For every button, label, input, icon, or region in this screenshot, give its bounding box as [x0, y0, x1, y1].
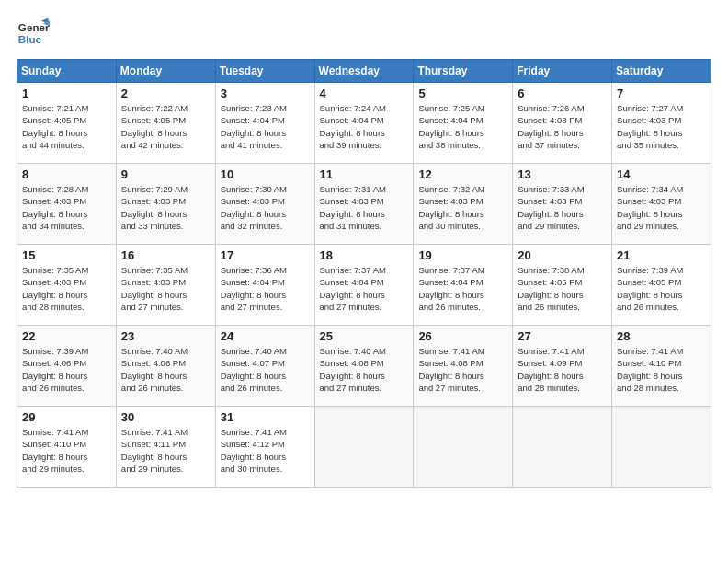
- day-number: 9: [121, 167, 210, 181]
- day-info: Sunrise: 7:40 AM Sunset: 4:08 PM Dayligh…: [320, 345, 409, 394]
- calendar-cell: 29Sunrise: 7:41 AM Sunset: 4:10 PM Dayli…: [17, 407, 117, 488]
- calendar-cell: 20Sunrise: 7:38 AM Sunset: 4:05 PM Dayli…: [513, 245, 612, 326]
- calendar-cell: 9Sunrise: 7:29 AM Sunset: 4:03 PM Daylig…: [116, 164, 215, 245]
- calendar-table: SundayMondayTuesdayWednesdayThursdayFrid…: [17, 59, 711, 488]
- calendar-cell: 18Sunrise: 7:37 AM Sunset: 4:04 PM Dayli…: [314, 245, 414, 326]
- day-number: 29: [22, 410, 111, 424]
- calendar-cell: 1Sunrise: 7:21 AM Sunset: 4:05 PM Daylig…: [17, 83, 117, 164]
- day-number: 20: [518, 248, 607, 262]
- day-info: Sunrise: 7:41 AM Sunset: 4:10 PM Dayligh…: [617, 345, 706, 394]
- day-info: Sunrise: 7:26 AM Sunset: 4:03 PM Dayligh…: [518, 102, 607, 151]
- svg-text:Blue: Blue: [18, 33, 42, 45]
- day-info: Sunrise: 7:30 AM Sunset: 4:03 PM Dayligh…: [221, 183, 310, 232]
- weekday-header-saturday: Saturday: [612, 60, 711, 83]
- day-info: Sunrise: 7:40 AM Sunset: 4:06 PM Dayligh…: [121, 345, 210, 394]
- calendar-cell: 16Sunrise: 7:35 AM Sunset: 4:03 PM Dayli…: [116, 245, 215, 326]
- day-info: Sunrise: 7:35 AM Sunset: 4:03 PM Dayligh…: [121, 264, 210, 313]
- day-number: 15: [22, 248, 111, 262]
- day-number: 22: [22, 329, 111, 343]
- day-info: Sunrise: 7:27 AM Sunset: 4:03 PM Dayligh…: [617, 102, 706, 151]
- weekday-header-friday: Friday: [513, 60, 612, 83]
- calendar-cell: 17Sunrise: 7:36 AM Sunset: 4:04 PM Dayli…: [215, 245, 314, 326]
- day-info: Sunrise: 7:31 AM Sunset: 4:03 PM Dayligh…: [320, 183, 409, 232]
- weekday-header-monday: Monday: [116, 60, 215, 83]
- day-info: Sunrise: 7:37 AM Sunset: 4:04 PM Dayligh…: [418, 264, 507, 313]
- day-number: 31: [221, 410, 310, 424]
- calendar-week-3: 15Sunrise: 7:35 AM Sunset: 4:03 PM Dayli…: [17, 245, 711, 326]
- logo: General Blue: [17, 17, 50, 50]
- day-number: 1: [22, 86, 111, 100]
- calendar-cell: 5Sunrise: 7:25 AM Sunset: 4:04 PM Daylig…: [414, 83, 513, 164]
- day-info: Sunrise: 7:41 AM Sunset: 4:12 PM Dayligh…: [221, 426, 310, 475]
- calendar-cell: 6Sunrise: 7:26 AM Sunset: 4:03 PM Daylig…: [513, 83, 612, 164]
- calendar-cell: 2Sunrise: 7:22 AM Sunset: 4:05 PM Daylig…: [116, 83, 215, 164]
- day-info: Sunrise: 7:39 AM Sunset: 4:05 PM Dayligh…: [617, 264, 706, 313]
- day-info: Sunrise: 7:36 AM Sunset: 4:04 PM Dayligh…: [221, 264, 310, 313]
- calendar-week-4: 22Sunrise: 7:39 AM Sunset: 4:06 PM Dayli…: [17, 326, 711, 407]
- day-info: Sunrise: 7:21 AM Sunset: 4:05 PM Dayligh…: [22, 102, 111, 151]
- day-info: Sunrise: 7:29 AM Sunset: 4:03 PM Dayligh…: [121, 183, 210, 232]
- day-info: Sunrise: 7:28 AM Sunset: 4:03 PM Dayligh…: [22, 183, 111, 232]
- calendar-week-2: 8Sunrise: 7:28 AM Sunset: 4:03 PM Daylig…: [17, 164, 711, 245]
- day-info: Sunrise: 7:33 AM Sunset: 4:03 PM Dayligh…: [518, 183, 607, 232]
- day-number: 11: [320, 167, 409, 181]
- day-number: 18: [320, 248, 409, 262]
- day-number: 3: [221, 86, 310, 100]
- weekday-header-tuesday: Tuesday: [215, 60, 314, 83]
- calendar-cell: 22Sunrise: 7:39 AM Sunset: 4:06 PM Dayli…: [17, 326, 117, 407]
- calendar-cell: 24Sunrise: 7:40 AM Sunset: 4:07 PM Dayli…: [215, 326, 314, 407]
- calendar-cell: 8Sunrise: 7:28 AM Sunset: 4:03 PM Daylig…: [17, 164, 117, 245]
- day-number: 28: [617, 329, 706, 343]
- day-number: 4: [320, 86, 409, 100]
- logo-icon: General Blue: [17, 17, 50, 50]
- calendar-cell: 23Sunrise: 7:40 AM Sunset: 4:06 PM Dayli…: [116, 326, 215, 407]
- day-info: Sunrise: 7:40 AM Sunset: 4:07 PM Dayligh…: [221, 345, 310, 394]
- day-number: 25: [320, 329, 409, 343]
- day-info: Sunrise: 7:41 AM Sunset: 4:10 PM Dayligh…: [22, 426, 111, 475]
- day-number: 16: [121, 248, 210, 262]
- day-info: Sunrise: 7:23 AM Sunset: 4:04 PM Dayligh…: [221, 102, 310, 151]
- calendar-cell: 3Sunrise: 7:23 AM Sunset: 4:04 PM Daylig…: [215, 83, 314, 164]
- calendar-cell: 25Sunrise: 7:40 AM Sunset: 4:08 PM Dayli…: [314, 326, 414, 407]
- day-number: 21: [617, 248, 706, 262]
- calendar-cell: 14Sunrise: 7:34 AM Sunset: 4:03 PM Dayli…: [612, 164, 711, 245]
- day-info: Sunrise: 7:25 AM Sunset: 4:04 PM Dayligh…: [418, 102, 507, 151]
- day-number: 23: [121, 329, 210, 343]
- day-number: 24: [221, 329, 310, 343]
- calendar-cell: 21Sunrise: 7:39 AM Sunset: 4:05 PM Dayli…: [612, 245, 711, 326]
- calendar-cell: 26Sunrise: 7:41 AM Sunset: 4:08 PM Dayli…: [414, 326, 513, 407]
- day-number: 30: [121, 410, 210, 424]
- calendar-cell: 7Sunrise: 7:27 AM Sunset: 4:03 PM Daylig…: [612, 83, 711, 164]
- day-info: Sunrise: 7:35 AM Sunset: 4:03 PM Dayligh…: [22, 264, 111, 313]
- day-info: Sunrise: 7:39 AM Sunset: 4:06 PM Dayligh…: [22, 345, 111, 394]
- day-info: Sunrise: 7:24 AM Sunset: 4:04 PM Dayligh…: [320, 102, 409, 151]
- day-number: 5: [418, 86, 507, 100]
- weekday-header-wednesday: Wednesday: [314, 60, 414, 83]
- page-header: General Blue: [17, 17, 711, 50]
- day-info: Sunrise: 7:22 AM Sunset: 4:05 PM Dayligh…: [121, 102, 210, 151]
- day-number: 12: [418, 167, 507, 181]
- day-number: 6: [518, 86, 607, 100]
- day-info: Sunrise: 7:41 AM Sunset: 4:09 PM Dayligh…: [518, 345, 607, 394]
- calendar-cell: 28Sunrise: 7:41 AM Sunset: 4:10 PM Dayli…: [612, 326, 711, 407]
- day-number: 10: [221, 167, 310, 181]
- day-number: 17: [221, 248, 310, 262]
- calendar-cell: [314, 407, 414, 488]
- day-number: 2: [121, 86, 210, 100]
- calendar-cell: 31Sunrise: 7:41 AM Sunset: 4:12 PM Dayli…: [215, 407, 314, 488]
- calendar-cell: [414, 407, 513, 488]
- calendar-cell: 4Sunrise: 7:24 AM Sunset: 4:04 PM Daylig…: [314, 83, 414, 164]
- calendar-cell: 27Sunrise: 7:41 AM Sunset: 4:09 PM Dayli…: [513, 326, 612, 407]
- day-info: Sunrise: 7:34 AM Sunset: 4:03 PM Dayligh…: [617, 183, 706, 232]
- day-number: 27: [518, 329, 607, 343]
- weekday-header-thursday: Thursday: [414, 60, 513, 83]
- calendar-cell: 19Sunrise: 7:37 AM Sunset: 4:04 PM Dayli…: [414, 245, 513, 326]
- calendar-cell: 13Sunrise: 7:33 AM Sunset: 4:03 PM Dayli…: [513, 164, 612, 245]
- day-number: 19: [418, 248, 507, 262]
- day-info: Sunrise: 7:37 AM Sunset: 4:04 PM Dayligh…: [320, 264, 409, 313]
- calendar-week-5: 29Sunrise: 7:41 AM Sunset: 4:10 PM Dayli…: [17, 407, 711, 488]
- calendar-cell: 11Sunrise: 7:31 AM Sunset: 4:03 PM Dayli…: [314, 164, 414, 245]
- day-info: Sunrise: 7:38 AM Sunset: 4:05 PM Dayligh…: [518, 264, 607, 313]
- weekday-header-sunday: Sunday: [17, 60, 117, 83]
- day-number: 7: [617, 86, 706, 100]
